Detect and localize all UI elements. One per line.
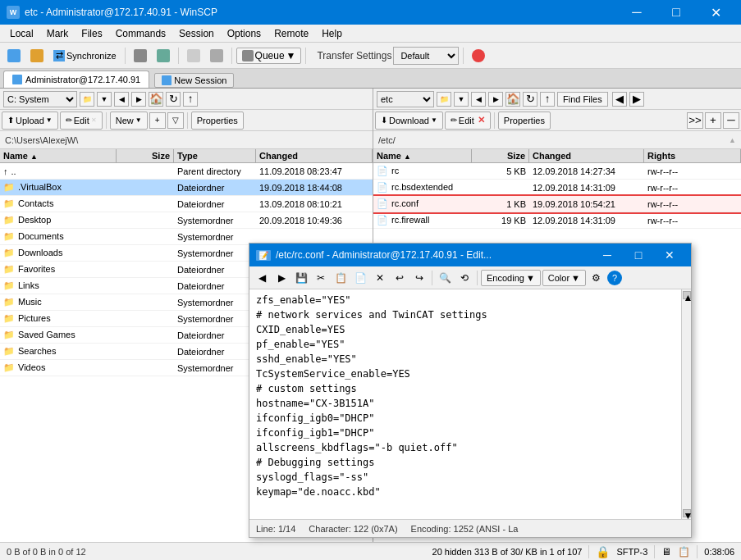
new-session-button[interactable]: New Session (154, 73, 234, 88)
left-col-type[interactable]: Type (174, 149, 256, 162)
menu-mark[interactable]: Mark (40, 26, 75, 41)
editor-scroll-down[interactable]: ▼ (683, 509, 691, 517)
queue-button[interactable]: Queue ▼ (236, 48, 302, 64)
right-browse-btn[interactable]: 📁 (437, 92, 451, 107)
toolbar-btn3[interactable] (130, 46, 151, 66)
transfer-settings-select[interactable]: Default (393, 47, 459, 65)
left-forward-btn[interactable]: ▶ (131, 92, 146, 107)
synchronize-button[interactable]: ⇄ Synchronize (49, 46, 121, 66)
right-file-row-rc[interactable]: 📄rc 5 KB 12.09.2018 14:27:34 rw-r--r-- (373, 163, 741, 180)
left-file-row-desktop[interactable]: 📁Desktop Systemordner 20.09.2018 10:49:3… (0, 212, 373, 229)
editor-btn1[interactable]: ◀ (253, 269, 271, 287)
editor-btn3[interactable]: 💾 (292, 269, 310, 287)
left-mark-btn[interactable]: + (149, 112, 166, 129)
left-file-list-header: Name ▲ Size Type Changed (0, 149, 373, 163)
maximize-button[interactable]: □ (657, 0, 695, 25)
right-col-rights[interactable]: Rights (644, 149, 741, 162)
editor-color-btn[interactable]: Color ▼ (542, 270, 586, 286)
right-refresh-btn[interactable]: ↻ (523, 92, 537, 107)
editor-encoding-btn[interactable]: Encoding ▼ (481, 270, 541, 286)
right-up-btn[interactable]: ↑ (540, 92, 555, 107)
menu-options[interactable]: Options (221, 26, 268, 41)
right-extra-btn1[interactable]: ◀ (612, 92, 627, 107)
menu-files[interactable]: Files (75, 26, 108, 41)
editor-btn8[interactable]: ↩ (391, 269, 409, 287)
menu-help[interactable]: Help (315, 26, 349, 41)
editor-replace-btn[interactable]: ⟲ (455, 269, 473, 287)
editor-settings-btn[interactable]: ⚙ (588, 269, 606, 287)
left-col-name[interactable]: Name ▲ (0, 149, 117, 162)
editor-btn5[interactable]: 📋 (332, 269, 350, 287)
left-back-btn[interactable]: ◀ (114, 92, 129, 107)
left-file-size-downloads (117, 253, 174, 254)
right-extra1[interactable]: >> (687, 112, 703, 129)
synchronize-label: Synchronize (66, 51, 117, 61)
left-drive-select[interactable]: C: System (3, 91, 77, 107)
editor-scroll-up[interactable]: ▲ (683, 291, 691, 299)
toolbar-btn4[interactable] (153, 46, 174, 66)
right-file-row-rcbsd[interactable]: 📄rc.bsdextended 12.09.2018 14:31:09 rw-r… (373, 180, 741, 196)
left-properties-button[interactable]: Properties (191, 112, 244, 130)
right-extra3[interactable]: ─ (723, 112, 739, 129)
toolbar-btn5[interactable] (183, 46, 204, 66)
left-col-size[interactable]: Size (117, 149, 174, 162)
left-current-path: C:\Users\AlexejW\ (0, 131, 373, 149)
right-back-btn[interactable]: ◀ (471, 92, 486, 107)
close-button[interactable]: ✕ (697, 0, 734, 25)
menu-remote[interactable]: Remote (268, 26, 315, 41)
left-home-btn[interactable]: 🏠 (149, 92, 163, 107)
right-edit-button[interactable]: ✏ Edit ✕ (445, 112, 491, 130)
right-properties-button[interactable]: Properties (498, 112, 551, 130)
editor-btn9[interactable]: ↪ (410, 269, 428, 287)
toolbar-btn6[interactable] (206, 46, 227, 66)
left-unmark-btn[interactable]: ▽ (167, 112, 184, 129)
right-col-changed[interactable]: Changed (529, 149, 644, 162)
download-label: Download (389, 116, 429, 125)
editor-btn6[interactable]: 📄 (351, 269, 369, 287)
toolbar-btn2[interactable] (26, 46, 48, 66)
menu-commands[interactable]: Commands (109, 26, 172, 41)
editor-help-btn[interactable]: ? (607, 271, 622, 285)
menu-local[interactable]: Local (3, 26, 40, 41)
editor-btn4[interactable]: ✂ (312, 269, 330, 287)
window-controls: ─ □ ✕ (618, 0, 734, 25)
editor-content-area[interactable]: zfs_enable="YES" # network services and … (249, 289, 691, 519)
left-up-btn[interactable]: ↑ (183, 92, 198, 107)
right-forward-btn[interactable]: ▶ (488, 92, 503, 107)
left-new-button[interactable]: New ▼ (110, 112, 148, 130)
toolbar-extra-btn[interactable] (468, 46, 489, 66)
right-file-row-rcconf[interactable]: 📄rc.conf 1 KB 19.09.2018 10:54:21 rw-r--… (373, 196, 741, 212)
left-browse-btn[interactable]: 📁 (80, 92, 94, 107)
upload-button[interactable]: ⬆ Upload ▼ (2, 112, 58, 130)
download-button[interactable]: ⬇ Download ▼ (375, 112, 443, 130)
left-filter-btn[interactable]: ▼ (97, 92, 112, 107)
editor-btn2[interactable]: ▶ (272, 269, 290, 287)
editor-search-btn[interactable]: 🔍 (436, 269, 454, 287)
left-file-row-contacts[interactable]: 📁Contacts Dateiordner 13.09.2018 08:10:2… (0, 196, 373, 212)
minimize-button[interactable]: ─ (618, 0, 656, 25)
left-edit-button[interactable]: ✏ Edit ✕ (60, 112, 103, 130)
editor-close-btn[interactable]: ✕ (655, 244, 684, 266)
right-file-changed-rcbsd: 12.09.2018 14:31:09 (529, 182, 644, 193)
left-file-row-virtualbox[interactable]: 📁.VirtualBox Dateiordner 19.09.2018 18:4… (0, 180, 373, 196)
menu-session[interactable]: Session (172, 26, 221, 41)
right-filter-btn[interactable]: ▼ (454, 92, 469, 107)
left-file-type-music: Systemordner (174, 297, 256, 308)
find-files-btn[interactable]: Find Files (557, 92, 608, 107)
right-col-size[interactable]: Size (472, 149, 529, 162)
tab-session[interactable]: Administrator@172.17.40.91 (3, 71, 149, 88)
right-extra2[interactable]: + (705, 112, 721, 129)
editor-minimize-btn[interactable]: ─ (592, 244, 622, 266)
editor-scrollbar[interactable]: ▲ ▼ (681, 289, 691, 519)
right-col-name[interactable]: Name ▲ (373, 149, 472, 162)
left-refresh-btn[interactable]: ↻ (166, 92, 181, 107)
editor-btn7[interactable]: ✕ (371, 269, 389, 287)
left-col-changed[interactable]: Changed (256, 149, 373, 162)
right-extra-btn2[interactable]: ▶ (629, 92, 644, 107)
left-file-row-parent[interactable]: ↑.. Parent directory 11.09.2018 08:23:47 (0, 163, 373, 180)
right-file-row-rcfirewall[interactable]: 📄rc.firewall 19 KB 12.09.2018 14:31:09 r… (373, 212, 741, 229)
right-home-btn[interactable]: 🏠 (505, 92, 520, 107)
editor-maximize-btn[interactable]: □ (624, 244, 653, 266)
right-server-select[interactable]: etc (377, 91, 434, 107)
toolbar-btn1[interactable] (3, 46, 25, 66)
